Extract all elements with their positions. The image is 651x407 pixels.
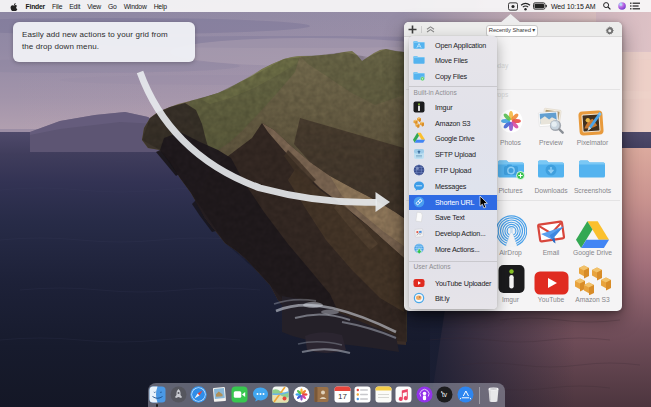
svg-text:tv: tv [442,391,448,398]
svg-text:17: 17 [338,392,347,401]
